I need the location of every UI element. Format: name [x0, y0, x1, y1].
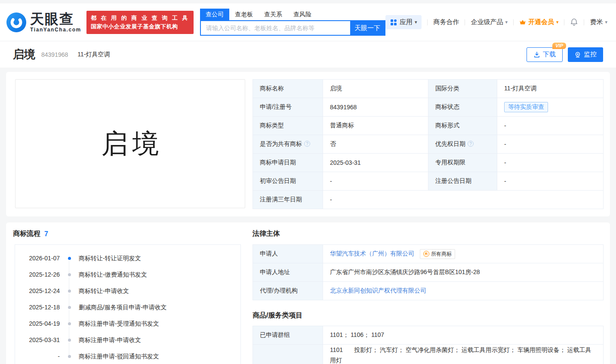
top-strip	[0, 0, 616, 3]
monitor-button[interactable]: 监控	[568, 47, 603, 62]
download-label: 下载	[543, 50, 556, 59]
table-row: 申请人 华望汽车技术（广州）有限公司 R 所有商标	[253, 245, 604, 263]
timeline-text: 商标注册申请-申请收文	[79, 336, 141, 344]
info-label: 注册公告日期	[428, 172, 497, 191]
table-row: 初审公告日期 - 注册公告日期 -	[253, 172, 604, 191]
timeline-date: 2025-12-24	[25, 287, 60, 295]
timeline-text: 商标注册申请-受理通知书发文	[79, 319, 159, 328]
timeline-node	[60, 336, 79, 344]
nav-separator	[465, 19, 465, 25]
tab-risk[interactable]: 查风险	[288, 9, 317, 20]
nav-enterprise[interactable]: 企业级产品 ▾	[471, 18, 508, 26]
timeline-item: - 商标注册申请-驳回通知书发文	[25, 352, 236, 364]
tab-relation[interactable]: 查关系	[259, 9, 288, 20]
status-badge[interactable]: 等待实质审查	[504, 102, 548, 112]
timeline-text: 商标转让-缴费通知书发文	[79, 270, 147, 279]
all-trademarks-tag[interactable]: R 所有商标	[420, 249, 455, 259]
nav-open-vip[interactable]: 开通会员 ▾	[519, 18, 559, 26]
nav-user-menu[interactable]: 费米 ▾	[590, 18, 607, 26]
nav-apps[interactable]: 应用 ▾	[385, 15, 422, 29]
monitor-label: 监控	[584, 50, 597, 59]
tab-boss[interactable]: 查老板	[229, 9, 259, 20]
table-row: 已申请群组 1101； 1106； 1107	[253, 326, 604, 345]
nav-separator	[564, 19, 564, 25]
info-value: 84391968	[323, 98, 428, 117]
timeline-text: 商标注册申请-驳回通知书发文	[79, 352, 159, 361]
process-title-text: 商标流程	[13, 229, 40, 238]
search-input[interactable]	[201, 21, 350, 35]
download-button[interactable]: 下载 VIP	[527, 47, 563, 62]
monitor-camera-icon	[574, 51, 581, 58]
trademark-info-table: 商标名称 启境 国际分类 11-灯具空调 申请/注册号 84391968 商标状…	[253, 79, 604, 209]
legal-value: 华望汽车技术（广州）有限公司 R 所有商标	[323, 245, 604, 263]
chevron-down-icon: ▾	[605, 19, 607, 25]
agency-company-link[interactable]: 北京永新同创知识产权代理有限公司	[330, 287, 426, 294]
timeline-item: 2025-12-18 删减商品/服务项目申请-申请收文	[25, 303, 236, 319]
notification-bell-button[interactable]	[570, 18, 578, 26]
registered-icon: R	[423, 251, 429, 257]
timeline-text: 删减商品/服务项目申请-申请收文	[79, 303, 167, 312]
legal-label: 代理/办理机构	[253, 282, 323, 300]
chevron-down-icon: ▾	[556, 19, 559, 25]
goods-items: 1101投影灯； 汽车灯； 空气净化用杀菌灯； 运载工具用示宽灯； 车辆用照明设…	[323, 345, 604, 364]
info-value: 2025-03-31	[323, 154, 428, 172]
nav-open-vip-label: 开通会员	[528, 18, 554, 26]
timeline-node	[60, 254, 79, 262]
info-value: -	[497, 117, 604, 135]
legal-entity-section: 法律主体 申请人 华望汽车技术（广州）有限公司 R 所有商标 申请人地址 广东省…	[253, 229, 604, 364]
slogan-line2: 国家中小企业发展子基金旗下机构	[91, 22, 189, 31]
legal-entity-table: 申请人 华望汽车技术（广州）有限公司 R 所有商标 申请人地址 广东省广州市南沙…	[253, 244, 604, 300]
goods-item-text: 投影灯； 汽车灯； 空气净化用杀菌灯； 运载工具用示宽灯； 车辆用照明设备； 运…	[330, 346, 591, 364]
table-row: 申请/注册号 84391968 商标状态 等待实质审查	[253, 98, 604, 117]
timeline-item: 2025-12-26 商标转让-缴费通知书发文	[25, 270, 236, 287]
timeline-node	[60, 287, 79, 295]
search-button[interactable]: 天眼一下	[350, 21, 385, 35]
info-value: 启境	[323, 80, 428, 98]
info-label: 商标状态	[428, 98, 497, 117]
slogan-banner: 都 在 用 的 商 业 查 询 工 具 国家中小企业发展子基金旗下机构	[86, 11, 194, 34]
process-timeline: 2026-01-07 商标转让-转让证明发文 2025-12-26 商标转让-缴…	[15, 244, 241, 364]
info-value: -	[497, 154, 604, 172]
timeline-node	[60, 319, 79, 328]
search-block: 查公司 查老板 查关系 查风险 天眼一下	[200, 9, 385, 36]
trademark-image: 启境	[15, 79, 245, 208]
registration-number: 84391968	[41, 51, 68, 58]
table-row: 是否为共有商标? 否 优先权日期? -	[253, 135, 604, 154]
tab-company[interactable]: 查公司	[200, 9, 229, 20]
info-value: 11-灯具空调	[497, 80, 604, 98]
timeline-node	[60, 270, 79, 279]
table-row: 商标类型 普通商标 商标形式 -	[253, 117, 604, 135]
timeline-dot	[68, 355, 71, 358]
nav-cooperation[interactable]: 商务合作	[433, 18, 459, 26]
info-label-text: 是否为共有商标	[260, 140, 302, 147]
timeline-date: 2025-03-31	[25, 336, 60, 344]
nav-apps-label: 应用	[400, 18, 413, 26]
timeline-date: 2026-01-07	[25, 254, 60, 262]
info-label: 商标类型	[253, 117, 323, 135]
info-value: 否	[323, 135, 428, 154]
info-label-text: 优先权日期	[435, 140, 465, 147]
search-tabs: 查公司 查老板 查关系 查风险	[200, 9, 385, 20]
chevron-down-icon: ▾	[415, 19, 417, 25]
logo-domain: TianYanCha.com	[30, 27, 81, 33]
tianyancha-logo[interactable]: 天眼查 TianYanCha.com	[6, 12, 81, 33]
question-mark-icon[interactable]: ?	[468, 141, 474, 147]
info-value: -	[497, 172, 604, 191]
vip-badge: VIP	[552, 43, 566, 49]
timeline-item: 2026-01-07 商标转让-转让证明发文	[25, 254, 236, 270]
legal-section-title: 法律主体	[253, 229, 604, 238]
question-mark-icon[interactable]: ?	[304, 141, 310, 147]
slogan-line1: 都 在 用 的 商 业 查 询 工 具	[91, 14, 189, 22]
table-row: 申请人地址 广东省广州市南沙区东涌镇庆沙路96号首层B区101房-28	[253, 263, 604, 282]
table-row: 代理/办理机构 北京永新同创知识产权代理有限公司	[253, 282, 604, 300]
legal-value: 北京永新同创知识产权代理有限公司	[323, 282, 604, 300]
table-row: 注册满三年日期 -	[253, 191, 604, 209]
grid-icon	[390, 19, 397, 26]
applicant-company-link[interactable]: 华望汽车技术（广州）有限公司	[330, 250, 414, 256]
timeline-date: -	[25, 352, 60, 361]
timeline-date: 2025-12-26	[25, 270, 60, 279]
trademark-titlebar: 启境 84391968 11-灯具空调 下载 VIP 监控	[0, 41, 616, 68]
tianyancha-logo-icon	[6, 12, 27, 33]
timeline-text: 商标转让-申请收文	[79, 287, 129, 295]
info-label: 注册满三年日期	[253, 191, 323, 209]
